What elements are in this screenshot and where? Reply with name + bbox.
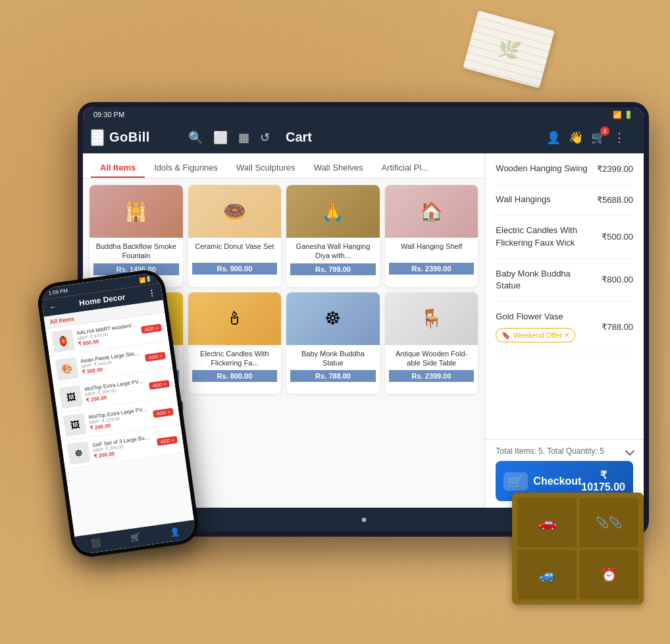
- system-icons: 📶 🔋: [613, 111, 633, 119]
- product-img-1: 🍩: [188, 185, 282, 238]
- phone-add-btn-4[interactable]: ADD +: [157, 435, 178, 445]
- product-img-5: 🕯: [188, 292, 282, 345]
- cart-item-name-2: Electric Candles With Flickering Faux Wi…: [496, 225, 596, 248]
- tray-cell-1: 🚗: [517, 498, 577, 547]
- tab-wall-sculptures[interactable]: Wall Sculptures: [227, 159, 305, 178]
- phone-profile-icon[interactable]: 👤: [170, 527, 181, 537]
- cart-item-price-1: ₹5688.00: [597, 195, 633, 205]
- cart-badge: 2: [600, 126, 609, 136]
- phone-item-info-4: SAF Set of 3 Large Buddha 6MM MRP: ₹ 269…: [92, 434, 155, 460]
- product-img-3: 🏠: [385, 185, 478, 238]
- product-img-7: 🪑: [385, 292, 478, 345]
- product-card-1[interactable]: 🍩 Ceramic Donut Vase Set Rs. 900.00: [188, 185, 282, 287]
- checkout-label: Checkout: [533, 475, 581, 487]
- qr-button[interactable]: ▦: [238, 130, 249, 145]
- phone-cart-icon[interactable]: 🛒: [130, 532, 142, 543]
- cart-items-list: Wooden Hanging Swing ₹2399.00 Wall Hangi…: [485, 153, 644, 439]
- product-price-2: Rs. 799.00: [290, 263, 376, 275]
- cart-item-name-0: Wooden Hanging Swing: [496, 163, 592, 174]
- phone-add-btn-2[interactable]: ADD +: [149, 379, 170, 389]
- product-card-6[interactable]: ☸ Baby Monk Buddha Statue Rs. 788.00: [286, 292, 380, 394]
- product-info-0: Buddha Backflow Smoke Fountain Rs. 1495.…: [90, 238, 183, 275]
- checkout-price: ₹ 10175.00: [581, 469, 625, 493]
- home-nav-button[interactable]: ●: [361, 514, 367, 525]
- cart-item-name-4: Gold Flower Vase: [496, 311, 596, 323]
- product-name-3: Wall Hanging Shelf: [389, 242, 475, 260]
- cart-header-area: Cart 👤 👋 🛒 2 ⋮: [275, 122, 636, 153]
- product-info-1: Ceramic Donut Vase Set Rs. 900.00: [188, 238, 282, 275]
- remove-offer-button[interactable]: ×: [565, 331, 569, 340]
- cart-item-4: Gold Flower Vase 🔖 Weekend Offer × ₹788.…: [496, 302, 633, 352]
- cart-icon-button[interactable]: 🛒 2: [591, 130, 606, 145]
- notebook-decoration: 🌿: [463, 11, 554, 88]
- product-card-5[interactable]: 🕯 Electric Candles With Flickering Fa...…: [188, 292, 282, 394]
- phone-item-img-0: 🏮: [51, 329, 75, 353]
- product-img-2: 🙏: [286, 185, 380, 238]
- cart-item-0: Wooden Hanging Swing ₹2399.00: [496, 153, 633, 184]
- product-price-6: Rs. 788.00: [290, 370, 376, 382]
- refresh-button[interactable]: ↺: [260, 130, 270, 145]
- cart-title: Cart: [286, 130, 312, 145]
- phone-more[interactable]: ⋮: [147, 288, 156, 298]
- product-img-0: 🕌: [90, 185, 183, 238]
- product-card-7[interactable]: 🪑 Antique Wooden Fold-able Side Table Rs…: [385, 292, 478, 394]
- product-info-2: Ganesha Wall Hanging Diya with... Rs. 79…: [286, 238, 380, 275]
- status-bar: 09:30 PM 📶 🔋: [83, 107, 644, 122]
- wooden-tray-decoration: 🚗 📎📎 🚙 ⏰: [512, 493, 644, 604]
- app-header: ☰ GoBill 🔍 ⬜ ▦ ↺ Cart 👤 👋 🛒 2: [83, 122, 644, 153]
- tab-all-items[interactable]: All Items: [91, 159, 145, 178]
- product-img-6: ☸: [286, 292, 380, 345]
- phone-item-img-2: 🖼: [59, 385, 83, 409]
- product-card-2[interactable]: 🙏 Ganesha Wall Hanging Diya with... Rs. …: [286, 185, 380, 287]
- tray-cell-2: 📎📎: [579, 498, 638, 547]
- more-options-button[interactable]: ⋮: [613, 130, 625, 145]
- cart-item-name-3: Baby Monk Buddha Statue: [496, 268, 596, 292]
- tab-artificial[interactable]: Artificial Pl...: [373, 159, 438, 178]
- product-info-7: Antique Wooden Fold-able Side Table Rs. …: [385, 345, 478, 383]
- checkout-cart-icon: 🛒: [503, 472, 528, 491]
- phone-item-img-1: 🎨: [55, 357, 79, 381]
- header-left: ☰ GoBill 🔍 ⬜ ▦ ↺: [91, 129, 275, 146]
- product-name-5: Electric Candles With Flickering Fa...: [192, 349, 278, 368]
- cart-item-price-0: ₹2399.00: [597, 164, 633, 174]
- header-action-icons: 🔍 ⬜ ▦ ↺: [155, 130, 275, 145]
- product-card-3[interactable]: 🏠 Wall Hanging Shelf Rs. 2399.00: [385, 185, 478, 287]
- cart-summary-text: Total Items: 5, Total Quantity: 5: [496, 446, 604, 456]
- product-name-0: Buddha Backflow Smoke Fountain: [93, 242, 179, 261]
- cart-item-3: Baby Monk Buddha Statue ₹800.00: [496, 259, 633, 302]
- tray-cell-3: 🚙: [517, 550, 577, 599]
- phone-add-btn-0[interactable]: ADD +: [141, 323, 162, 333]
- phone-item-img-3: 🖼: [63, 413, 87, 437]
- product-name-6: Baby Monk Buddha Statue: [290, 349, 376, 368]
- phone-time: 1:09 PM: [48, 288, 68, 296]
- cart-item-2: Electric Candles With Flickering Faux Wi…: [496, 215, 633, 258]
- time-display: 09:30 PM: [93, 111, 124, 119]
- tab-idols[interactable]: Idols & Figurines: [145, 159, 227, 178]
- product-info-5: Electric Candles With Flickering Fa... R…: [188, 345, 282, 383]
- phone-item-info-0: AALIYA MART wooden/pluss MRP: ₹ 870.00 ₹…: [76, 322, 139, 348]
- product-info-6: Baby Monk Buddha Statue Rs. 788.00: [286, 345, 380, 383]
- barcode-scan-button[interactable]: ⬜: [213, 130, 228, 145]
- right-pane: Wooden Hanging Swing ₹2399.00 Wall Hangi…: [485, 153, 644, 508]
- user-icon-button[interactable]: 👤: [546, 130, 561, 145]
- phone-home-icon[interactable]: ⬛: [90, 538, 101, 549]
- product-price-3: Rs. 2399.00: [389, 263, 475, 275]
- product-price-5: Rs. 800.00: [192, 370, 278, 382]
- product-name-2: Ganesha Wall Hanging Diya with...: [290, 242, 376, 261]
- phone-item-info-1: Asian Paints Large Sticker MRP: ₹ 349.00…: [80, 350, 143, 375]
- hand-icon-button[interactable]: 👋: [569, 130, 583, 145]
- product-name-7: Antique Wooden Fold-able Side Table: [389, 349, 475, 368]
- weekend-offer-tag[interactable]: 🔖 Weekend Offer ×: [496, 328, 575, 342]
- hamburger-button[interactable]: ☰: [91, 129, 104, 146]
- phone-back-button[interactable]: ←: [49, 302, 58, 312]
- phone-icons: 📶🔋: [139, 276, 153, 284]
- category-tabs: All Items Idols & Figurines Wall Sculptu…: [83, 153, 484, 178]
- expand-summary-icon[interactable]: [625, 446, 634, 456]
- tab-wall-shelves[interactable]: Wall Shelves: [305, 159, 373, 178]
- checkout-left: 🛒 Checkout: [503, 472, 581, 491]
- phone-add-btn-1[interactable]: ADD +: [145, 352, 166, 362]
- search-button[interactable]: 🔍: [188, 130, 203, 145]
- phone-add-btn-3[interactable]: ADD +: [153, 408, 174, 417]
- phone-item-info-3: WolTop Extra Large PVC Wall MRP: ₹ 229.0…: [88, 406, 151, 432]
- cart-item-name-1: Wall Hangings: [496, 194, 592, 205]
